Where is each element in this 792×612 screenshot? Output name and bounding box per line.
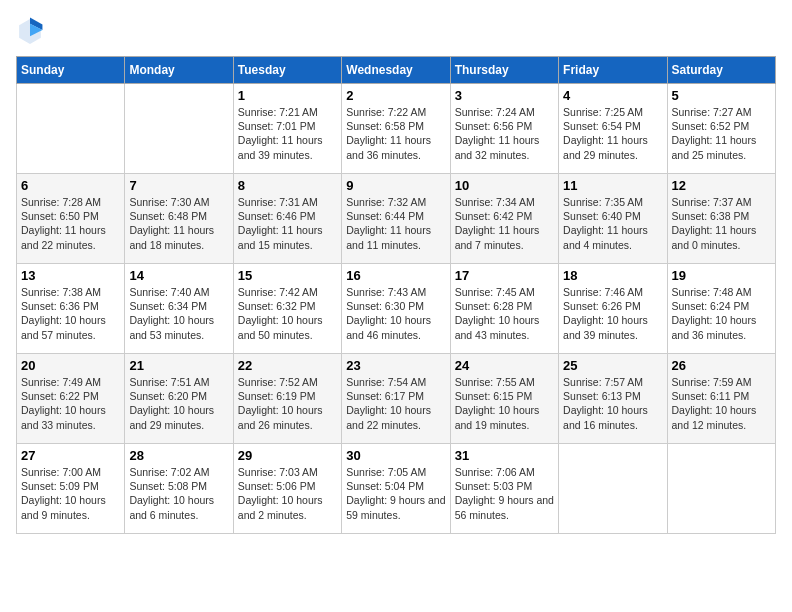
cell-info: Sunrise: 7:06 AM Sunset: 5:03 PM Dayligh… xyxy=(455,465,554,522)
calendar-cell: 14Sunrise: 7:40 AM Sunset: 6:34 PM Dayli… xyxy=(125,264,233,354)
day-number: 30 xyxy=(346,448,445,463)
calendar-cell: 8Sunrise: 7:31 AM Sunset: 6:46 PM Daylig… xyxy=(233,174,341,264)
calendar-week-row: 13Sunrise: 7:38 AM Sunset: 6:36 PM Dayli… xyxy=(17,264,776,354)
cell-info: Sunrise: 7:57 AM Sunset: 6:13 PM Dayligh… xyxy=(563,375,662,432)
day-number: 24 xyxy=(455,358,554,373)
day-number: 10 xyxy=(455,178,554,193)
cell-info: Sunrise: 7:37 AM Sunset: 6:38 PM Dayligh… xyxy=(672,195,771,252)
weekday-header: Friday xyxy=(559,57,667,84)
day-number: 29 xyxy=(238,448,337,463)
cell-info: Sunrise: 7:52 AM Sunset: 6:19 PM Dayligh… xyxy=(238,375,337,432)
calendar-week-row: 27Sunrise: 7:00 AM Sunset: 5:09 PM Dayli… xyxy=(17,444,776,534)
calendar-cell: 25Sunrise: 7:57 AM Sunset: 6:13 PM Dayli… xyxy=(559,354,667,444)
calendar-cell: 9Sunrise: 7:32 AM Sunset: 6:44 PM Daylig… xyxy=(342,174,450,264)
cell-info: Sunrise: 7:43 AM Sunset: 6:30 PM Dayligh… xyxy=(346,285,445,342)
logo xyxy=(16,16,48,44)
day-number: 27 xyxy=(21,448,120,463)
cell-info: Sunrise: 7:49 AM Sunset: 6:22 PM Dayligh… xyxy=(21,375,120,432)
cell-info: Sunrise: 7:51 AM Sunset: 6:20 PM Dayligh… xyxy=(129,375,228,432)
weekday-header: Thursday xyxy=(450,57,558,84)
day-number: 7 xyxy=(129,178,228,193)
calendar-cell: 1Sunrise: 7:21 AM Sunset: 7:01 PM Daylig… xyxy=(233,84,341,174)
day-number: 20 xyxy=(21,358,120,373)
calendar-cell: 27Sunrise: 7:00 AM Sunset: 5:09 PM Dayli… xyxy=(17,444,125,534)
calendar-cell: 30Sunrise: 7:05 AM Sunset: 5:04 PM Dayli… xyxy=(342,444,450,534)
cell-info: Sunrise: 7:31 AM Sunset: 6:46 PM Dayligh… xyxy=(238,195,337,252)
day-number: 6 xyxy=(21,178,120,193)
day-number: 26 xyxy=(672,358,771,373)
calendar-cell: 13Sunrise: 7:38 AM Sunset: 6:36 PM Dayli… xyxy=(17,264,125,354)
day-number: 14 xyxy=(129,268,228,283)
cell-info: Sunrise: 7:42 AM Sunset: 6:32 PM Dayligh… xyxy=(238,285,337,342)
cell-info: Sunrise: 7:46 AM Sunset: 6:26 PM Dayligh… xyxy=(563,285,662,342)
calendar-cell xyxy=(559,444,667,534)
day-number: 23 xyxy=(346,358,445,373)
cell-info: Sunrise: 7:48 AM Sunset: 6:24 PM Dayligh… xyxy=(672,285,771,342)
day-number: 8 xyxy=(238,178,337,193)
day-number: 22 xyxy=(238,358,337,373)
page-header xyxy=(16,16,776,44)
calendar-cell: 4Sunrise: 7:25 AM Sunset: 6:54 PM Daylig… xyxy=(559,84,667,174)
calendar-cell: 28Sunrise: 7:02 AM Sunset: 5:08 PM Dayli… xyxy=(125,444,233,534)
calendar-cell: 3Sunrise: 7:24 AM Sunset: 6:56 PM Daylig… xyxy=(450,84,558,174)
cell-info: Sunrise: 7:32 AM Sunset: 6:44 PM Dayligh… xyxy=(346,195,445,252)
cell-info: Sunrise: 7:54 AM Sunset: 6:17 PM Dayligh… xyxy=(346,375,445,432)
day-number: 11 xyxy=(563,178,662,193)
cell-info: Sunrise: 7:27 AM Sunset: 6:52 PM Dayligh… xyxy=(672,105,771,162)
day-number: 18 xyxy=(563,268,662,283)
calendar-cell: 11Sunrise: 7:35 AM Sunset: 6:40 PM Dayli… xyxy=(559,174,667,264)
weekday-header: Saturday xyxy=(667,57,775,84)
calendar-cell: 15Sunrise: 7:42 AM Sunset: 6:32 PM Dayli… xyxy=(233,264,341,354)
cell-info: Sunrise: 7:21 AM Sunset: 7:01 PM Dayligh… xyxy=(238,105,337,162)
calendar-cell: 31Sunrise: 7:06 AM Sunset: 5:03 PM Dayli… xyxy=(450,444,558,534)
day-number: 31 xyxy=(455,448,554,463)
cell-info: Sunrise: 7:59 AM Sunset: 6:11 PM Dayligh… xyxy=(672,375,771,432)
calendar-table: SundayMondayTuesdayWednesdayThursdayFrid… xyxy=(16,56,776,534)
calendar-cell: 16Sunrise: 7:43 AM Sunset: 6:30 PM Dayli… xyxy=(342,264,450,354)
day-number: 17 xyxy=(455,268,554,283)
logo-icon xyxy=(16,16,44,44)
calendar-cell: 7Sunrise: 7:30 AM Sunset: 6:48 PM Daylig… xyxy=(125,174,233,264)
day-number: 28 xyxy=(129,448,228,463)
cell-info: Sunrise: 7:02 AM Sunset: 5:08 PM Dayligh… xyxy=(129,465,228,522)
day-number: 21 xyxy=(129,358,228,373)
day-number: 13 xyxy=(21,268,120,283)
cell-info: Sunrise: 7:40 AM Sunset: 6:34 PM Dayligh… xyxy=(129,285,228,342)
calendar-week-row: 1Sunrise: 7:21 AM Sunset: 7:01 PM Daylig… xyxy=(17,84,776,174)
calendar-cell xyxy=(125,84,233,174)
cell-info: Sunrise: 7:03 AM Sunset: 5:06 PM Dayligh… xyxy=(238,465,337,522)
cell-info: Sunrise: 7:30 AM Sunset: 6:48 PM Dayligh… xyxy=(129,195,228,252)
cell-info: Sunrise: 7:24 AM Sunset: 6:56 PM Dayligh… xyxy=(455,105,554,162)
calendar-week-row: 6Sunrise: 7:28 AM Sunset: 6:50 PM Daylig… xyxy=(17,174,776,264)
day-number: 9 xyxy=(346,178,445,193)
calendar-cell: 2Sunrise: 7:22 AM Sunset: 6:58 PM Daylig… xyxy=(342,84,450,174)
cell-info: Sunrise: 7:34 AM Sunset: 6:42 PM Dayligh… xyxy=(455,195,554,252)
day-number: 2 xyxy=(346,88,445,103)
cell-info: Sunrise: 7:35 AM Sunset: 6:40 PM Dayligh… xyxy=(563,195,662,252)
calendar-cell: 5Sunrise: 7:27 AM Sunset: 6:52 PM Daylig… xyxy=(667,84,775,174)
calendar-cell: 17Sunrise: 7:45 AM Sunset: 6:28 PM Dayli… xyxy=(450,264,558,354)
calendar-cell: 21Sunrise: 7:51 AM Sunset: 6:20 PM Dayli… xyxy=(125,354,233,444)
day-number: 4 xyxy=(563,88,662,103)
calendar-cell: 20Sunrise: 7:49 AM Sunset: 6:22 PM Dayli… xyxy=(17,354,125,444)
calendar-header-row: SundayMondayTuesdayWednesdayThursdayFrid… xyxy=(17,57,776,84)
cell-info: Sunrise: 7:25 AM Sunset: 6:54 PM Dayligh… xyxy=(563,105,662,162)
cell-info: Sunrise: 7:38 AM Sunset: 6:36 PM Dayligh… xyxy=(21,285,120,342)
day-number: 25 xyxy=(563,358,662,373)
day-number: 16 xyxy=(346,268,445,283)
cell-info: Sunrise: 7:22 AM Sunset: 6:58 PM Dayligh… xyxy=(346,105,445,162)
weekday-header: Monday xyxy=(125,57,233,84)
weekday-header: Sunday xyxy=(17,57,125,84)
calendar-cell: 26Sunrise: 7:59 AM Sunset: 6:11 PM Dayli… xyxy=(667,354,775,444)
calendar-cell: 22Sunrise: 7:52 AM Sunset: 6:19 PM Dayli… xyxy=(233,354,341,444)
cell-info: Sunrise: 7:28 AM Sunset: 6:50 PM Dayligh… xyxy=(21,195,120,252)
day-number: 3 xyxy=(455,88,554,103)
calendar-cell: 23Sunrise: 7:54 AM Sunset: 6:17 PM Dayli… xyxy=(342,354,450,444)
weekday-header: Tuesday xyxy=(233,57,341,84)
calendar-cell: 18Sunrise: 7:46 AM Sunset: 6:26 PM Dayli… xyxy=(559,264,667,354)
day-number: 1 xyxy=(238,88,337,103)
calendar-week-row: 20Sunrise: 7:49 AM Sunset: 6:22 PM Dayli… xyxy=(17,354,776,444)
calendar-cell: 19Sunrise: 7:48 AM Sunset: 6:24 PM Dayli… xyxy=(667,264,775,354)
day-number: 15 xyxy=(238,268,337,283)
day-number: 19 xyxy=(672,268,771,283)
